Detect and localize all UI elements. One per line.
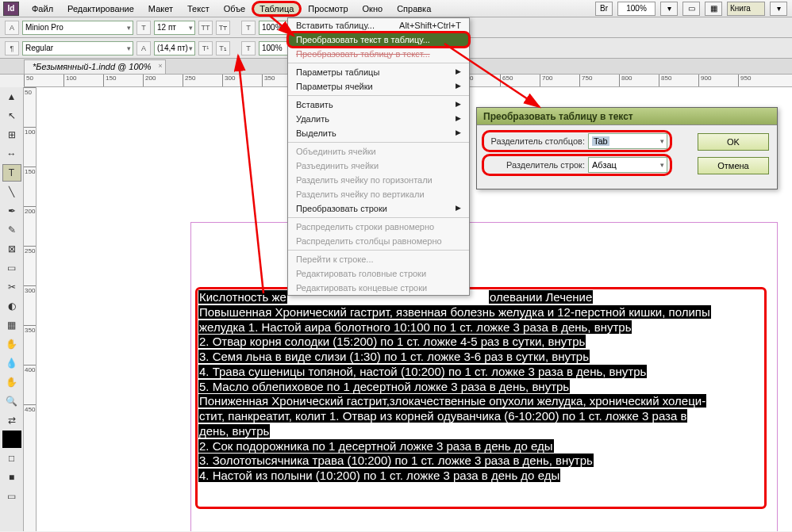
vertical-ruler: 50 100 150 200 250 300 350 400 450 — [24, 87, 37, 531]
menu-separator — [288, 63, 469, 63]
text-run: олевании Лечение — [489, 290, 593, 304]
ruler-tick: 100 — [24, 127, 36, 166]
subscript-icon[interactable]: T₁ — [216, 41, 230, 55]
font-style-combo[interactable]: Regular — [22, 41, 133, 55]
font-size-combo[interactable]: 12 пт — [154, 21, 195, 35]
height-icon: T — [241, 41, 256, 55]
menu-window[interactable]: Окно — [356, 2, 390, 15]
zoom-field[interactable]: 100% — [617, 2, 656, 16]
ruler-tick: 400 — [24, 365, 36, 404]
apply-color-btn[interactable]: ■ — [2, 469, 21, 486]
menu-select[interactable]: Выделить▶ — [288, 126, 469, 140]
menu-item-label: Разъединить ячейки — [296, 161, 379, 170]
row-separator-combo[interactable]: Абзац — [588, 157, 667, 173]
pencil-tool[interactable]: ✎ — [2, 221, 21, 239]
menu-item-label: Преобразовать текст в таблицу... — [296, 35, 430, 44]
superscript-icon[interactable]: T¹ — [198, 41, 213, 55]
menu-item-label: Удалить — [296, 114, 329, 124]
menu-text[interactable]: Текст — [181, 2, 216, 15]
convert-table-dialog: Преобразовать таблицу в текст Разделител… — [476, 107, 778, 189]
leading-combo[interactable]: (14,4 пт) — [154, 41, 195, 55]
direct-selection-tool[interactable]: ↖ — [2, 107, 21, 124]
ruler-tick: 50 — [24, 87, 36, 127]
menu-convert-text-to-table[interactable]: Преобразовать текст в таблицу... — [288, 33, 469, 47]
ruler-tick: 700 — [540, 75, 579, 86]
text-run: стит, панкреатит, колит 1. Отвар из корн… — [198, 409, 687, 423]
ok-button[interactable]: OK — [698, 133, 769, 151]
menu-split-vert: Разделить ячейку по вертикали — [288, 187, 469, 201]
gap-tool[interactable]: ↔ — [2, 145, 21, 163]
column-separator-row: Разделитель столбцов: Tab — [485, 133, 690, 149]
menu-cell-options[interactable]: Параметры ячейки▶ — [288, 79, 469, 94]
pen-tool[interactable]: ✒ — [2, 202, 21, 220]
smallcaps-icon[interactable]: Tᴛ — [216, 21, 230, 35]
menu-help[interactable]: Справка — [390, 2, 437, 15]
menu-item-label: Объединить ячейки — [296, 147, 376, 156]
free-transform-tool[interactable]: ◐ — [2, 297, 21, 315]
menu-merge-cells: Объединить ячейки — [288, 144, 469, 159]
menu-edit-header: Редактировать головные строки — [288, 266, 469, 281]
menu-convert-rows[interactable]: Преобразовать строки▶ — [288, 201, 469, 216]
type-tool[interactable]: T — [2, 164, 21, 182]
menu-insert-table[interactable]: Вставить таблицу... Alt+Shift+Ctrl+T — [288, 18, 469, 33]
menu-item-label: Распределить столбцы равномерно — [296, 236, 442, 246]
dialog-title: Преобразовать таблицу в текст — [477, 108, 777, 125]
tools-panel: ▲ ↖ ⊞ ↔ T ╲ ✒ ✎ ⊠ ▭ ✂ ◐ ▦ ✋ 💧 ✋ 🔍 ⇄ □ ■ … — [0, 87, 24, 531]
menu-separator — [288, 250, 469, 251]
menu-table-options[interactable]: Параметры таблицы▶ — [288, 65, 469, 79]
eyedropper-tool[interactable]: 💧 — [2, 354, 21, 372]
menu-item-label: Редактировать головные строки — [296, 269, 426, 278]
selected-text-frame[interactable]: Кислотность же олевании Лечение Повышенн… — [198, 290, 762, 484]
ruler-tick: 800 — [619, 75, 659, 86]
fill-stroke-swap[interactable]: ⇄ — [2, 411, 21, 429]
menu-item-label: Вставить таблицу... — [296, 21, 375, 30]
menu-layout[interactable]: Макет — [142, 2, 179, 15]
menu-goto-row: Перейти к строке... — [288, 252, 469, 266]
gradient-tool[interactable]: ▦ — [2, 316, 21, 334]
scissors-tool[interactable]: ✂ — [2, 278, 21, 296]
cancel-button[interactable]: Отмена — [698, 157, 769, 174]
fill-color[interactable] — [2, 431, 21, 448]
rectangle-tool[interactable]: ▭ — [2, 259, 21, 277]
menu-item-label: Распределить строки равномерно — [296, 222, 434, 232]
line-tool[interactable]: ╲ — [2, 183, 21, 201]
zoom-dropdown-icon[interactable]: ▾ — [660, 2, 678, 16]
menu-table[interactable]: Таблица — [253, 2, 300, 15]
menu-edit[interactable]: Редактирование — [61, 2, 140, 15]
workspace-dropdown-icon[interactable]: ▾ — [770, 2, 787, 16]
hand-tool[interactable]: ✋ — [2, 373, 21, 391]
workspace-switcher[interactable]: Книга — [727, 2, 765, 16]
allcaps-icon[interactable]: TT — [198, 21, 213, 35]
selection-tool[interactable]: ▲ — [2, 88, 21, 105]
menu-delete[interactable]: Удалить▶ — [288, 112, 469, 126]
stroke-color[interactable]: □ — [2, 450, 21, 467]
menu-separator — [288, 142, 469, 143]
menu-insert[interactable]: Вставить▶ — [288, 98, 469, 112]
char-format-icon[interactable]: A — [5, 21, 19, 35]
page-tool[interactable]: ⊞ — [2, 126, 21, 144]
screen-mode-button[interactable]: ▭ — [682, 2, 700, 16]
text-run: Повышенная Хронический гастрит, язвенная… — [198, 305, 711, 319]
close-tab-icon[interactable]: × — [158, 62, 162, 70]
menu-view[interactable]: Просмотр — [302, 2, 354, 15]
ruler-tick: 150 — [103, 75, 143, 86]
view-mode-normal[interactable]: ▭ — [2, 488, 21, 505]
rectangle-frame-tool[interactable]: ⊠ — [2, 240, 21, 258]
para-format-icon[interactable]: ¶ — [5, 41, 19, 55]
zoom-tool[interactable]: 🔍 — [2, 392, 21, 410]
width-icon: T — [241, 21, 256, 35]
document-tab-label: *Безымянный-1.indd @ 100% — [33, 62, 151, 71]
font-family-combo[interactable]: Minion Pro — [22, 21, 133, 35]
menu-item-label: Перейти к строке... — [296, 255, 374, 264]
menu-convert-table-to-text: Преобразовать таблицу в текст... — [288, 47, 469, 61]
menu-file[interactable]: Файл — [25, 2, 60, 15]
ruler-tick: 750 — [579, 75, 619, 86]
column-separator-combo[interactable]: Tab — [588, 133, 667, 149]
menu-object[interactable]: Объе — [217, 2, 252, 15]
document-tab[interactable]: *Безымянный-1.indd @ 100% × — [24, 59, 166, 74]
submenu-arrow-icon: ▶ — [456, 128, 461, 138]
arrange-button[interactable]: ▦ — [705, 2, 722, 16]
bridge-button[interactable]: Br — [595, 2, 613, 16]
note-tool[interactable]: ✋ — [2, 335, 21, 353]
text-run: желудка 1. Настой аира болотного 10:100 … — [198, 320, 632, 334]
